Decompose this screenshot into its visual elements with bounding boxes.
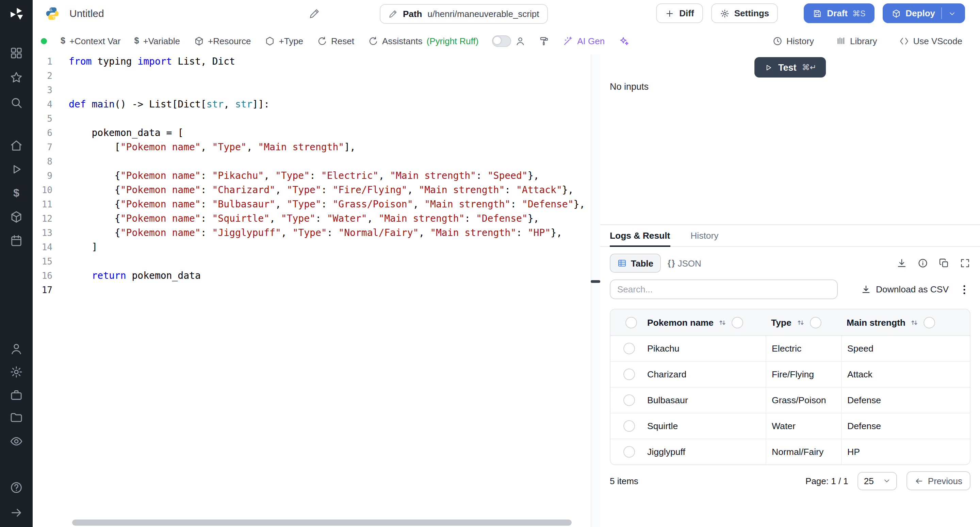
sort-icon[interactable]: [910, 318, 919, 327]
help-icon: [10, 481, 23, 494]
select-all-checkbox[interactable]: [625, 316, 637, 328]
code-line[interactable]: {"Pokemon name": "Squirtle", "Type": "Wa…: [69, 211, 591, 226]
add-resource-button[interactable]: +Resource: [194, 36, 251, 46]
diff-button[interactable]: Diff: [656, 3, 703, 23]
row-checkbox[interactable]: [623, 394, 635, 406]
expand-icon[interactable]: [959, 258, 970, 268]
sidebar-item-search[interactable]: [9, 95, 24, 110]
path-field[interactable]: Path u/henri/maneuverable_script: [380, 4, 548, 24]
column-checkbox[interactable]: [924, 316, 935, 328]
draft-button[interactable]: Draft ⌘S: [804, 3, 874, 23]
pagination: Page: 1 / 1 25 Previous: [805, 471, 970, 490]
sidebar-expand-button[interactable]: [9, 505, 24, 520]
ai-gen-button[interactable]: AI Gen: [563, 36, 605, 46]
column-header-type[interactable]: Type: [765, 316, 841, 328]
column-header-pokemon-name[interactable]: Pokemon name: [647, 316, 765, 328]
row-checkbox[interactable]: [623, 420, 635, 432]
previous-page-button[interactable]: Previous: [907, 471, 970, 490]
column-header-main-strength[interactable]: Main strength: [841, 316, 970, 328]
add-variable-button[interactable]: $ +Variable: [134, 36, 180, 46]
code-line[interactable]: ]: [69, 240, 591, 254]
code-line[interactable]: from typing import List, Dict: [69, 54, 591, 69]
sidebar-item-apps[interactable]: [9, 46, 24, 60]
line-number: 5: [33, 111, 68, 126]
table-row[interactable]: JigglypuffNormal/FairyHP: [611, 439, 970, 464]
edit-title-pencil-icon[interactable]: [309, 8, 320, 19]
assistants-button[interactable]: Assistants (Pyright Ruff): [368, 36, 479, 46]
code-line[interactable]: {"Pokemon name": "Pikachu", "Type": "Ele…: [69, 169, 591, 183]
code-line[interactable]: [69, 283, 591, 297]
format-button[interactable]: [539, 36, 549, 46]
copy-icon[interactable]: [939, 258, 950, 268]
use-vscode-button[interactable]: Use VScode: [899, 36, 962, 46]
code-line[interactable]: {"Pokemon name": "Bulbasaur", "Type": "G…: [69, 197, 591, 211]
sidebar-item-settings[interactable]: [9, 365, 24, 379]
search-input[interactable]: [610, 279, 838, 299]
sidebar-item-favorites[interactable]: [9, 70, 24, 85]
table-row[interactable]: PikachuElectricSpeed: [611, 336, 970, 362]
settings-button[interactable]: Settings: [711, 3, 778, 23]
sort-icon[interactable]: [718, 318, 727, 327]
code-editor[interactable]: 1234567891011121314151617 from typing im…: [33, 54, 591, 527]
package-icon: [10, 210, 23, 224]
code-line[interactable]: {"Pokemon name": "Jigglypuff", "Type": "…: [69, 226, 591, 240]
code-lines[interactable]: from typing import List, Dictdef main() …: [69, 54, 591, 297]
code-line[interactable]: pokemon_data = [: [69, 126, 591, 140]
view-table-button[interactable]: Table: [610, 254, 661, 273]
sidebar-item-folders[interactable]: [9, 410, 24, 425]
sidebar-item-home[interactable]: [9, 138, 24, 153]
sort-icon[interactable]: [796, 318, 805, 327]
horizontal-scrollbar[interactable]: [72, 519, 572, 525]
kebab-menu-icon[interactable]: [958, 283, 970, 295]
code-line[interactable]: [69, 83, 591, 97]
code-line[interactable]: [69, 111, 591, 126]
splitter-handle[interactable]: [591, 280, 600, 283]
sidebar-item-runs[interactable]: [9, 162, 24, 177]
sidebar-item-audit-logs[interactable]: [9, 434, 24, 449]
page-size-select[interactable]: 25: [858, 471, 897, 490]
chevron-down-icon[interactable]: [948, 9, 956, 17]
sidebar-item-resources[interactable]: [9, 210, 24, 224]
arrow-right-icon: [10, 506, 23, 519]
code-line[interactable]: return pokemon_data: [69, 268, 591, 283]
history-button[interactable]: History: [772, 36, 814, 46]
assistant-toggle[interactable]: [492, 35, 511, 47]
wand-icon: [563, 36, 573, 46]
code-line[interactable]: ["Pokemon name", "Type", "Main strength"…: [69, 140, 591, 154]
table-row[interactable]: SquirtleWaterDefense: [611, 413, 970, 439]
tab-history[interactable]: History: [690, 225, 718, 247]
add-context-var-button[interactable]: $ +Context Var: [60, 36, 121, 46]
code-line[interactable]: [69, 154, 591, 169]
add-type-button[interactable]: +Type: [265, 36, 304, 46]
deploy-button[interactable]: Deploy: [882, 3, 965, 23]
rotate-icon: [317, 36, 327, 46]
download-csv-button[interactable]: Download as CSV: [861, 284, 949, 294]
code-line[interactable]: {"Pokemon name": "Charizard", "Type": "F…: [69, 183, 591, 197]
sidebar-item-schedules[interactable]: [9, 233, 24, 248]
code-line[interactable]: [69, 69, 591, 83]
sidebar-item-help[interactable]: [9, 480, 24, 495]
row-checkbox[interactable]: [623, 446, 635, 458]
history-label: History: [786, 36, 814, 46]
code-line[interactable]: def main() -> List[Dict[str, str]]:: [69, 97, 591, 111]
table-row[interactable]: BulbasaurGrass/PoisonDefense: [611, 387, 970, 413]
line-number: 14: [33, 240, 68, 254]
ai-sparkles-button[interactable]: [618, 36, 628, 46]
sidebar-item-users[interactable]: [9, 341, 24, 356]
row-checkbox[interactable]: [623, 368, 635, 380]
table-row[interactable]: CharizardFire/FlyingAttack: [611, 362, 970, 387]
view-json-button[interactable]: { } JSON: [661, 258, 708, 268]
tab-logs-result[interactable]: Logs & Result: [610, 225, 670, 247]
column-checkbox[interactable]: [732, 316, 743, 328]
dollar-icon: $: [13, 186, 19, 201]
column-checkbox[interactable]: [810, 316, 821, 328]
sidebar-item-workers[interactable]: [9, 387, 24, 403]
test-button[interactable]: Test ⌘↵: [754, 57, 826, 78]
download-icon[interactable]: [896, 258, 907, 268]
row-checkbox[interactable]: [623, 343, 635, 354]
sidebar-item-variables[interactable]: $: [9, 186, 24, 201]
code-line[interactable]: [69, 254, 591, 268]
reset-button[interactable]: Reset: [317, 36, 354, 46]
library-button[interactable]: Library: [836, 36, 877, 46]
info-icon[interactable]: [917, 258, 928, 268]
